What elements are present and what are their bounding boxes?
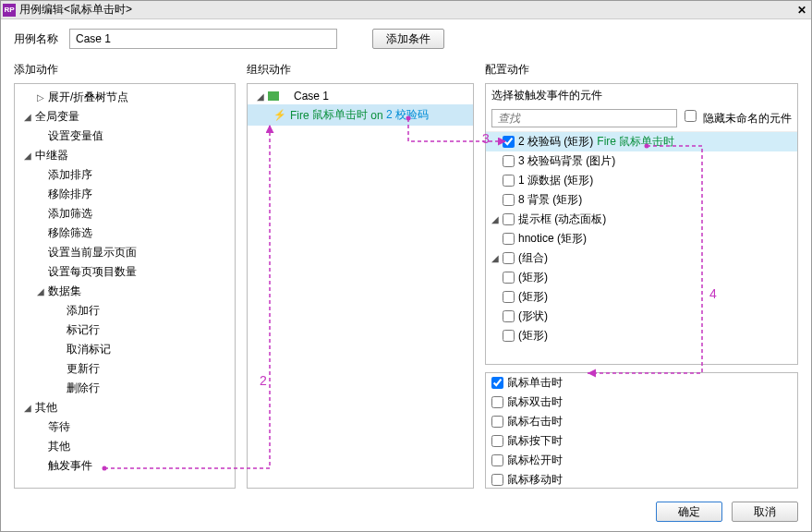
widget-checkbox[interactable]: [503, 155, 515, 167]
add-action-item[interactable]: ◢数据集: [15, 282, 235, 301]
tree-item-label: 其他: [35, 400, 57, 416]
widget-checkbox[interactable]: [503, 233, 515, 245]
widget-row[interactable]: 1 源数据 (矩形): [486, 171, 797, 190]
widget-search-input[interactable]: [491, 109, 677, 127]
widget-checkbox[interactable]: [503, 175, 515, 187]
widget-checkbox[interactable]: [503, 213, 515, 225]
widget-label: 提示框 (动态面板): [518, 212, 606, 227]
hide-unnamed-text: 隐藏未命名的元件: [703, 112, 792, 125]
widget-row[interactable]: (矩形): [486, 287, 797, 307]
case-name-input[interactable]: [69, 29, 337, 49]
event-label: 鼠标单击时: [507, 375, 563, 391]
widget-label: (形状): [518, 308, 548, 324]
widget-label: hnotice (矩形): [518, 231, 587, 247]
widget-checkbox[interactable]: [503, 194, 515, 206]
widget-row[interactable]: 2 校验码 (矩形)Fire 鼠标单击时: [486, 132, 797, 151]
event-label: 鼠标双击时: [507, 394, 563, 410]
event-checkbox[interactable]: [491, 396, 503, 408]
add-action-item[interactable]: 添加排序: [15, 165, 235, 185]
hide-unnamed-checkbox[interactable]: [685, 110, 697, 122]
event-label: 鼠标松开时: [507, 453, 563, 468]
tree-item-label: 其他: [48, 439, 70, 454]
event-row[interactable]: 鼠标双击时: [486, 393, 797, 412]
add-action-item[interactable]: 设置当前显示页面: [15, 243, 235, 262]
event-checkbox[interactable]: [491, 416, 503, 428]
widget-label: (矩形): [518, 289, 548, 305]
tree-item-label: 设置当前显示页面: [48, 245, 137, 260]
event-checkbox[interactable]: [491, 474, 503, 486]
add-action-item[interactable]: 移除筛选: [15, 224, 235, 243]
add-action-title: 添加动作: [14, 58, 236, 83]
add-action-item[interactable]: 等待: [15, 417, 235, 437]
tree-twisty-icon[interactable]: ▷: [35, 92, 46, 103]
hide-unnamed-label[interactable]: 隐藏未命名的元件: [685, 110, 792, 127]
add-action-item[interactable]: ◢中继器: [15, 146, 235, 165]
tree-item-label: 添加排序: [48, 167, 92, 183]
case-node[interactable]: ◢ Case 1: [248, 88, 473, 104]
tree-twisty-icon[interactable]: ◢: [22, 151, 33, 161]
widget-checkbox[interactable]: [503, 136, 515, 148]
widget-label: 1 源数据 (矩形): [518, 173, 593, 188]
event-checkbox[interactable]: [491, 435, 503, 447]
tree-twisty-icon[interactable]: ◢: [490, 214, 501, 224]
add-condition-button[interactable]: 添加条件: [372, 29, 444, 49]
tree-item-label: 标记行: [67, 322, 100, 338]
widget-event-label: Fire 鼠标单击时: [597, 134, 674, 150]
event-row[interactable]: 鼠标单击时: [486, 373, 797, 393]
add-action-tree: ▷展开/折叠树节点◢全局变量设置变量值◢中继器添加排序移除排序添加筛选移除筛选设…: [15, 84, 235, 479]
event-row[interactable]: 鼠标按下时: [486, 431, 797, 451]
add-action-item[interactable]: ◢全局变量: [15, 107, 235, 127]
configure-head-label: 选择被触发事件的元件: [486, 84, 797, 105]
add-action-item[interactable]: 添加筛选: [15, 204, 235, 224]
close-button[interactable]: ✕: [794, 3, 809, 18]
add-action-item[interactable]: 更新行: [15, 359, 235, 379]
tree-twisty-icon[interactable]: ◢: [490, 253, 501, 263]
tree-item-label: 移除筛选: [48, 225, 92, 241]
fire-on: on: [370, 109, 382, 122]
case-name-label: 用例名称: [14, 31, 58, 47]
add-action-item[interactable]: 设置每页项目数量: [15, 262, 235, 282]
add-action-item[interactable]: ▷展开/折叠树节点: [15, 88, 235, 107]
widget-row[interactable]: ◢(组合): [486, 248, 797, 268]
tree-twisty-icon[interactable]: ◢: [22, 403, 33, 413]
widget-row[interactable]: ◢提示框 (动态面板): [486, 210, 797, 229]
tree-item-label: 添加筛选: [48, 206, 92, 222]
widget-row[interactable]: 8 背景 (矩形): [486, 190, 797, 210]
widget-checkbox[interactable]: [503, 310, 515, 322]
add-action-item[interactable]: 设置变量值: [15, 127, 235, 146]
widget-checkbox[interactable]: [503, 291, 515, 303]
tree-item-label: 取消标记: [67, 342, 111, 357]
add-action-item[interactable]: 移除排序: [15, 185, 235, 204]
ok-button[interactable]: 确定: [656, 502, 722, 522]
tree-item-label: 等待: [48, 419, 70, 435]
tree-item-label: 中继器: [35, 148, 68, 163]
widget-row[interactable]: 3 校验码背景 (图片): [486, 151, 797, 171]
widget-row[interactable]: (矩形): [486, 326, 797, 345]
widget-checkbox[interactable]: [503, 252, 515, 264]
widget-row[interactable]: hnotice (矩形): [486, 229, 797, 248]
widget-row[interactable]: (形状): [486, 307, 797, 326]
event-row[interactable]: 鼠标松开时: [486, 451, 797, 470]
event-row[interactable]: 鼠标移动时: [486, 470, 797, 489]
add-action-item[interactable]: 其他: [15, 437, 235, 456]
widget-row[interactable]: (矩形): [486, 268, 797, 287]
add-action-item[interactable]: 触发事件: [15, 456, 235, 476]
add-action-item[interactable]: 取消标记: [15, 340, 235, 359]
add-action-item[interactable]: 标记行: [15, 320, 235, 340]
tree-twisty-icon[interactable]: ◢: [35, 286, 46, 296]
add-action-item[interactable]: ◢其他: [15, 398, 235, 417]
event-label: 鼠标移动时: [507, 472, 563, 488]
add-action-item[interactable]: 添加行: [15, 301, 235, 320]
tree-twisty-icon[interactable]: ◢: [22, 112, 33, 122]
tree-item-label: 数据集: [48, 284, 81, 299]
add-action-item[interactable]: 删除行: [15, 379, 235, 398]
widget-checkbox[interactable]: [503, 330, 515, 342]
event-checkbox[interactable]: [491, 454, 503, 466]
event-checkbox[interactable]: [491, 377, 503, 389]
fire-event-action[interactable]: ⚡ Fire 鼠标单击时 on 2 校验码: [248, 104, 473, 126]
event-row[interactable]: 鼠标右击时: [486, 412, 797, 431]
widget-checkbox[interactable]: [503, 272, 515, 284]
cancel-button[interactable]: 取消: [732, 502, 798, 522]
fire-target: 2 校验码: [386, 107, 429, 123]
widget-label: (组合): [518, 250, 548, 266]
